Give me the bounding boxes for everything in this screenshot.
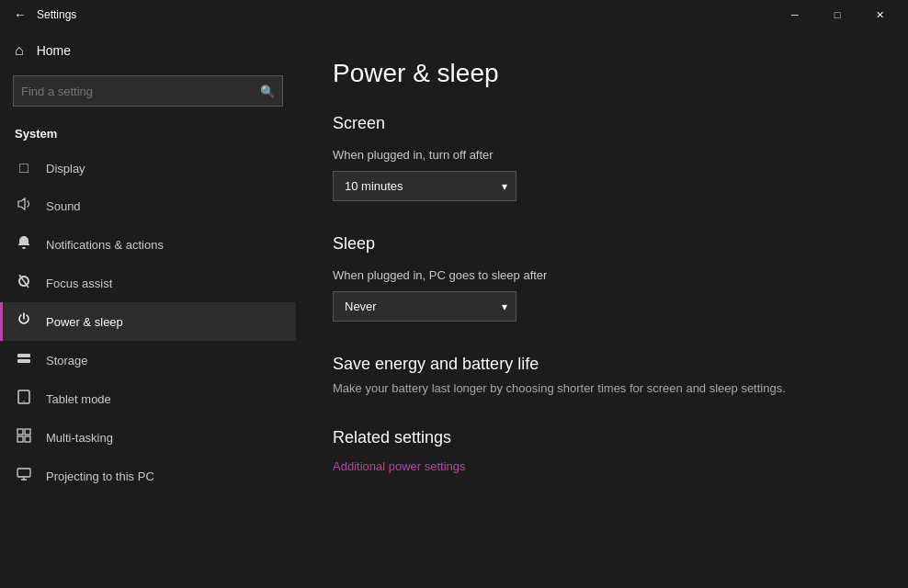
related-title: Related settings [333, 428, 871, 447]
sidebar-item-tablet[interactable]: Tablet mode [0, 379, 296, 418]
svg-point-2 [27, 355, 28, 356]
screen-dropdown-wrapper: 10 minutes 1 minute 2 minutes 5 minutes … [333, 171, 516, 201]
sidebar-item-notifications[interactable]: Notifications & actions [0, 225, 296, 264]
sidebar-item-storage[interactable]: Storage [0, 341, 296, 379]
sleep-dropdown-wrapper: Never 1 minute 2 minutes 5 minutes 10 mi… [333, 291, 516, 322]
multitasking-icon [15, 428, 33, 447]
sidebar-item-label: Focus assist [46, 277, 112, 290]
screen-section: Screen When plugged in, turn off after 1… [333, 114, 871, 201]
svg-rect-10 [17, 469, 30, 477]
sidebar: ⌂ Home 🔍 System □ Display Sound Notifica… [0, 29, 296, 588]
power-icon [15, 312, 33, 331]
svg-point-5 [23, 401, 25, 402]
sidebar-item-label: Projecting to this PC [46, 469, 154, 483]
sidebar-item-label: Tablet mode [46, 392, 111, 406]
app-body: ⌂ Home 🔍 System □ Display Sound Notifica… [0, 29, 908, 588]
sound-icon [15, 197, 33, 215]
sidebar-item-sound[interactable]: Sound [0, 187, 296, 225]
energy-description: Make your battery last longer by choosin… [333, 381, 871, 395]
sidebar-item-label: Power & sleep [46, 315, 123, 329]
energy-title: Save energy and battery life [333, 355, 871, 374]
window-title: Settings [33, 8, 774, 21]
screen-section-title: Screen [333, 114, 871, 133]
sleep-section-title: Sleep [333, 234, 871, 254]
notifications-icon [15, 235, 33, 254]
sidebar-item-display[interactable]: □ Display [0, 150, 296, 187]
tablet-icon [15, 390, 33, 408]
sidebar-item-label: Sound [46, 199, 81, 213]
sidebar-item-focus[interactable]: Focus assist [0, 264, 296, 302]
sidebar-item-projecting[interactable]: Projecting to this PC [0, 457, 296, 495]
additional-power-settings-link[interactable]: Additional power settings [333, 459, 466, 473]
page-title: Power & sleep [333, 59, 871, 88]
search-box[interactable]: 🔍 [13, 75, 283, 107]
svg-point-3 [27, 360, 28, 362]
related-section: Related settings Additional power settin… [333, 428, 871, 473]
projecting-icon [15, 467, 33, 485]
back-button[interactable]: ← [7, 2, 33, 28]
sleep-section: Sleep When plugged in, PC goes to sleep … [333, 234, 871, 322]
search-input[interactable] [21, 85, 260, 98]
focus-icon [15, 274, 33, 292]
search-icon: 🔍 [260, 85, 275, 98]
sleep-dropdown[interactable]: Never 1 minute 2 minutes 5 minutes 10 mi… [333, 291, 516, 322]
sidebar-item-label: Multi-tasking [46, 431, 113, 445]
sidebar-item-power[interactable]: Power & sleep [0, 302, 296, 341]
sidebar-item-label: Notifications & actions [46, 238, 164, 252]
display-icon: □ [15, 160, 33, 176]
home-label: Home [37, 43, 71, 58]
window-controls: ─ □ ✕ [774, 0, 901, 29]
close-button[interactable]: ✕ [858, 0, 901, 29]
storage-icon [15, 351, 33, 369]
sidebar-item-home[interactable]: ⌂ Home [0, 29, 296, 72]
maximize-button[interactable]: □ [816, 0, 858, 29]
home-icon: ⌂ [15, 42, 24, 59]
svg-rect-7 [25, 429, 30, 435]
energy-section: Save energy and battery life Make your b… [333, 355, 871, 395]
sidebar-item-label: Storage [46, 354, 88, 368]
system-section-label: System [0, 119, 296, 150]
main-panel: Power & sleep Screen When plugged in, tu… [296, 29, 908, 588]
sidebar-item-multitasking[interactable]: Multi-tasking [0, 418, 296, 457]
sleep-setting-label: When plugged in, PC goes to sleep after [333, 268, 871, 282]
screen-setting-label: When plugged in, turn off after [333, 148, 871, 162]
sidebar-item-label: Display [46, 162, 85, 175]
screen-dropdown[interactable]: 10 minutes 1 minute 2 minutes 5 minutes … [333, 171, 516, 201]
svg-rect-8 [17, 436, 23, 442]
titlebar: ← Settings ─ □ ✕ [0, 0, 908, 29]
svg-rect-6 [17, 429, 23, 435]
minimize-button[interactable]: ─ [774, 0, 816, 29]
svg-rect-9 [25, 436, 30, 442]
